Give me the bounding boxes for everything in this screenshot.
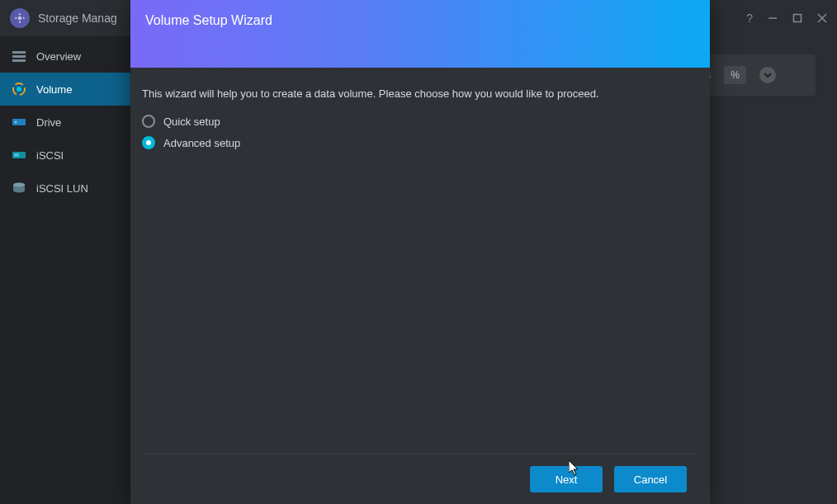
svg-point-15: [15, 121, 17, 124]
app-title: Storage Manag: [38, 12, 117, 25]
close-icon[interactable]: [817, 13, 827, 23]
svg-point-4: [23, 17, 25, 19]
overview-icon: [12, 49, 26, 64]
volume-icon: [12, 82, 26, 97]
modal-header: Volume Setup Wizard: [130, 0, 710, 68]
storage-percent: %: [724, 66, 746, 84]
volume-setup-wizard-dialog: Volume Setup Wizard This wizard will hel…: [130, 0, 710, 504]
sidebar-item-label: Drive: [36, 116, 61, 129]
iscsi-icon: [12, 148, 26, 163]
radio-label: Advanced setup: [163, 137, 240, 149]
sidebar-item-label: Volume: [36, 83, 72, 96]
iscsi-lun-icon: [12, 181, 26, 195]
app-icon: [10, 8, 30, 28]
modal-footer: Next Cancel: [142, 454, 698, 504]
radio-icon: [142, 136, 155, 149]
radio-icon: [142, 115, 155, 128]
svg-point-0: [18, 16, 22, 21]
radio-advanced-setup[interactable]: Advanced setup: [142, 136, 698, 149]
window-controls: ?: [746, 12, 827, 25]
sidebar-item-drive[interactable]: Drive: [0, 106, 132, 139]
svg-rect-6: [794, 15, 802, 22]
svg-rect-9: [12, 51, 26, 54]
svg-point-2: [19, 21, 21, 23]
sidebar-item-iscsi[interactable]: iSCSI: [0, 139, 132, 172]
sidebar-item-label: iSCSI: [36, 149, 64, 162]
svg-point-19: [13, 183, 25, 187]
cancel-button[interactable]: Cancel: [614, 466, 687, 492]
svg-rect-11: [12, 59, 26, 62]
minimize-icon[interactable]: [768, 13, 778, 23]
sidebar-item-volume[interactable]: Volume: [0, 73, 132, 106]
help-icon[interactable]: ?: [746, 12, 753, 25]
svg-point-3: [15, 17, 17, 19]
next-button[interactable]: Next: [530, 466, 603, 492]
modal-body: This wizard will help you to create a da…: [130, 68, 710, 454]
svg-rect-14: [12, 119, 26, 125]
sidebar: Overview Volume Drive iSCSI: [0, 36, 132, 504]
sidebar-item-overview[interactable]: Overview: [0, 40, 132, 73]
drive-icon: [12, 115, 26, 130]
sidebar-item-label: Overview: [36, 50, 81, 63]
chevron-down-icon[interactable]: [759, 67, 776, 83]
svg-rect-17: [14, 153, 19, 157]
radio-label: Quick setup: [163, 115, 220, 128]
modal-description: This wizard will help you to create a da…: [142, 87, 698, 100]
svg-rect-10: [12, 55, 26, 58]
sidebar-item-iscsi-lun[interactable]: iSCSI LUN: [0, 172, 132, 205]
maximize-icon[interactable]: [792, 13, 802, 23]
svg-point-13: [17, 87, 21, 92]
setup-mode-radio-group: Quick setup Advanced setup: [142, 115, 698, 149]
sidebar-item-label: iSCSI LUN: [36, 182, 88, 195]
radio-quick-setup[interactable]: Quick setup: [142, 115, 698, 128]
svg-point-1: [19, 13, 21, 15]
modal-title: Volume Setup Wizard: [145, 13, 272, 28]
titlebar-left: Storage Manag: [10, 8, 117, 28]
